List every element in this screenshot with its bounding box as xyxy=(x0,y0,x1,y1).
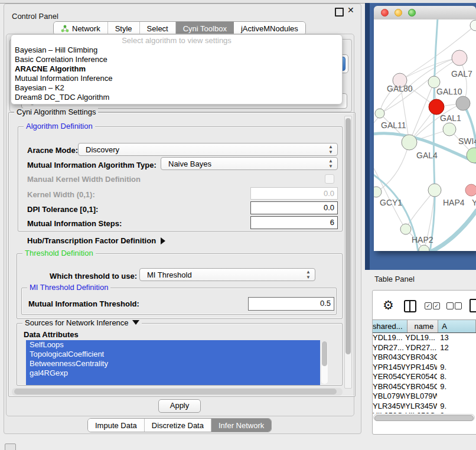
table-row[interactable]: YBR045CYBR045C9. xyxy=(373,382,476,392)
settings-horizontal-scrollbar[interactable] xyxy=(12,388,343,396)
scrollbar-thumb[interactable] xyxy=(374,415,474,421)
bottom-tab-discretize-data-label: Discretize Data xyxy=(152,421,204,430)
mi-type-combo[interactable]: Naive Bayes ▲▼ xyxy=(161,157,338,170)
table-cell xyxy=(437,353,476,363)
bottom-tab-impute-data[interactable]: Impute Data xyxy=(88,419,145,432)
table-row[interactable]: YER054CYER054C8. xyxy=(373,372,476,382)
tab-jactivemnodules[interactable]: jActiveMNodules xyxy=(234,22,305,35)
attribute-item-betweennesscentrality[interactable]: BetweennessCentrality xyxy=(26,359,320,369)
table-row[interactable]: YDR27...YDR27...12 xyxy=(373,343,476,353)
table-row[interactable]: YBR043CYBR043C xyxy=(373,353,476,363)
gal1-node[interactable] xyxy=(443,123,456,136)
network-edge xyxy=(376,142,409,192)
combo-arrows-icon: ▲▼ xyxy=(328,144,333,155)
column-header-name[interactable]: name xyxy=(407,319,439,332)
hap4-node[interactable] xyxy=(428,184,441,197)
gray-node[interactable] xyxy=(456,96,470,110)
network-graph: GAL7GAL80GAL10GAL1GAL11GAL4SWI4GCY1HAP4Y… xyxy=(374,19,476,251)
gcy1-node[interactable] xyxy=(374,187,382,197)
hap2-node[interactable] xyxy=(400,224,411,234)
combo-arrows-icon: ▲▼ xyxy=(306,269,311,280)
table-cell: YPR145W xyxy=(373,363,405,373)
close-icon[interactable]: ✕ xyxy=(347,5,354,15)
bottom-tab-impute-data-label: Impute Data xyxy=(95,421,137,430)
kernel-width-field[interactable]: 0.0 xyxy=(250,187,338,200)
network-window-titlebar[interactable] xyxy=(374,6,476,20)
table-cell: YLR345W xyxy=(373,402,405,412)
screen: Control Panel ✕ NetworkStyleSelectCyni T… xyxy=(0,0,476,450)
network-edge xyxy=(409,82,434,142)
float-window-icon[interactable] xyxy=(335,8,344,17)
minimized-panel-icon[interactable] xyxy=(5,444,16,450)
dpi-tolerance-field[interactable]: 0.0 xyxy=(250,201,338,214)
checked-checkbox-icon[interactable]: ✓ xyxy=(425,302,432,309)
swi4-node[interactable] xyxy=(467,148,476,163)
bottom-tab-discretize-data[interactable]: Discretize Data xyxy=(145,419,211,432)
hub-definition-toggle[interactable]: Hub/Transcription Factor Definition xyxy=(27,236,165,245)
gal4-node[interactable] xyxy=(402,135,417,150)
table-row[interactable]: YDL19...YDL19...13 xyxy=(373,333,476,343)
dropdown-items: Bayesian – Hill ClimbingBasic Correlatio… xyxy=(11,45,342,102)
manual-kernel-checkbox[interactable] xyxy=(325,174,334,184)
table-cell: YBR043C xyxy=(373,353,405,363)
attribute-item-topologicalcoefficient[interactable]: TopologicalCoefficient xyxy=(26,350,320,359)
column-header-shared[interactable]: shared... xyxy=(373,319,407,332)
unchecked-checkbox-icon[interactable] xyxy=(446,302,454,309)
table-horizontal-scrollbar[interactable] xyxy=(373,414,475,421)
bottom-tab-infer-network-label: Infer Network xyxy=(219,421,264,430)
dropdown-item-mutual-information-inference[interactable]: Mutual Information Inference xyxy=(11,74,342,83)
tab-cyni-toolbox[interactable]: Cyni Toolbox xyxy=(176,22,234,35)
pink-node[interactable] xyxy=(465,184,476,196)
table-toolbar: ⚙ ✓ ✓ xyxy=(378,298,476,316)
table-row[interactable]: YIL052CYIL052C9 xyxy=(373,411,476,413)
settings-vertical-scrollbar[interactable] xyxy=(344,116,352,389)
close-traffic-light[interactable] xyxy=(381,9,389,17)
tab-select[interactable]: Select xyxy=(140,22,176,35)
column-header-a[interactable]: A xyxy=(438,319,476,332)
table-cell: YDL19... xyxy=(373,333,405,343)
attribute-item-gal4rgexp[interactable]: gal4RGexp xyxy=(26,369,320,378)
split-columns-icon[interactable] xyxy=(404,300,416,312)
tab-network[interactable]: Network xyxy=(54,22,108,35)
aracne-mode-combo[interactable]: Discovery ▲▼ xyxy=(78,143,338,156)
dropdown-item-basic-correlation-inference[interactable]: Basic Correlation Inference xyxy=(11,55,342,64)
control-panel-titlebar[interactable]: Control Panel xyxy=(4,5,360,19)
checked-checkbox-icon[interactable]: ✓ xyxy=(433,302,440,309)
dropdown-item-aracne-algorithm[interactable]: ARACNE Algorithm xyxy=(11,64,342,74)
gal10-node-label: GAL10 xyxy=(436,87,462,96)
which-threshold-combo[interactable]: MI Threshold ▲▼ xyxy=(139,268,315,281)
bottom-node[interactable] xyxy=(419,245,429,251)
table-row[interactable]: YBL079WYBL079W xyxy=(373,392,476,402)
dropdown-item-dream8-dc-tdc-algorithm[interactable]: Dream8 DC_TDC Algorithm xyxy=(11,93,342,102)
table-cell: YDR27... xyxy=(373,343,405,353)
zoom-traffic-light[interactable] xyxy=(408,9,416,17)
sources-group-toggle[interactable]: Sources for Network Inference xyxy=(22,319,142,327)
dropdown-item-bayesian-hill-climbing[interactable]: Bayesian – Hill Climbing xyxy=(11,45,342,55)
network-canvas[interactable]: GAL7GAL80GAL10GAL1GAL11GAL4SWI4GCY1HAP4Y… xyxy=(374,19,476,251)
apply-button[interactable]: Apply xyxy=(158,399,201,413)
table-row[interactable]: YLR345WYLR345W9. xyxy=(373,402,476,412)
scrollbar-thumb[interactable] xyxy=(345,118,351,354)
gal11-node[interactable] xyxy=(375,109,384,118)
minimize-traffic-light[interactable] xyxy=(395,9,402,17)
gal10-node[interactable] xyxy=(428,76,440,88)
table-cell: YBR045C xyxy=(405,382,437,392)
kernel-width-label: Kernel Width (0,1): xyxy=(27,190,95,199)
table-row[interactable]: YPR145WYPR145W9. xyxy=(373,363,476,373)
red-node[interactable] xyxy=(429,99,444,115)
bottom-tab-infer-network[interactable]: Infer Network xyxy=(211,419,271,432)
tab-style[interactable]: Style xyxy=(108,22,140,35)
mi-threshold-label: Mutual Information Threshold: xyxy=(28,299,139,308)
mi-threshold-field[interactable]: 0.5 xyxy=(248,297,334,311)
gal7-node[interactable] xyxy=(452,50,467,66)
scrollbar-thumb[interactable] xyxy=(322,341,327,366)
attribute-item-selfloops[interactable]: SelfLoops xyxy=(26,340,320,350)
document-icon[interactable] xyxy=(470,299,476,312)
scrollbar-thumb[interactable] xyxy=(14,389,337,394)
gear-icon[interactable]: ⚙ xyxy=(383,298,394,312)
unchecked-checkbox-icon[interactable] xyxy=(455,302,462,309)
dropdown-item-bayesian-k2[interactable]: Bayesian – K2 xyxy=(11,83,342,93)
table-cell: YBR043C xyxy=(405,353,437,363)
attributes-list-scrollbar[interactable] xyxy=(321,341,328,384)
mi-steps-field[interactable]: 6 xyxy=(250,216,338,229)
